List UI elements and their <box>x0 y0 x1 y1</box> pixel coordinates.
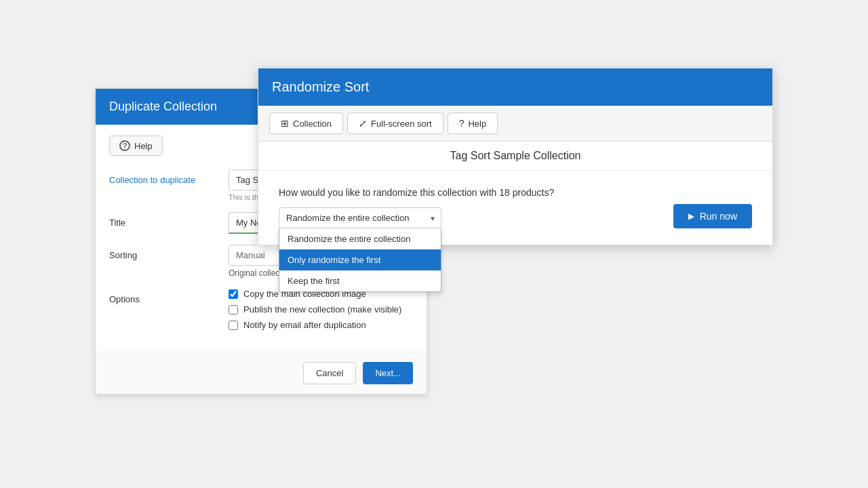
title-label: Title <box>109 212 218 228</box>
tab-help-label: Help <box>468 119 486 129</box>
collection-to-duplicate-label: Collection to duplicate <box>109 169 218 185</box>
randomize-body: How would you like to randomize this col… <box>258 171 772 245</box>
dropdown-item-entire[interactable]: Randomize the entire collection <box>279 228 441 249</box>
tab-collection[interactable]: ⊞ Collection <box>269 113 343 134</box>
dropdown-item-keep[interactable]: Keep the first <box>279 270 441 291</box>
help-button[interactable]: ? Help <box>109 136 163 156</box>
randomize-dropdown[interactable]: Randomize the entire collection Only ran… <box>279 228 441 292</box>
option-notify-email[interactable]: Notify by email after duplication <box>229 320 413 330</box>
copy-image-checkbox[interactable] <box>229 289 238 299</box>
publish-label: Publish the new collection (make visible… <box>243 304 401 314</box>
notify-email-checkbox[interactable] <box>229 321 238 330</box>
dropdown-item-first[interactable]: Only randomize the first <box>279 249 441 270</box>
run-now-button[interactable]: ▶ Run now <box>673 204 752 228</box>
tab-help-icon: ? <box>459 118 465 129</box>
randomize-tabs-bar: ⊞ Collection ⤢ Full-screen sort ? Help <box>258 106 772 142</box>
randomize-question: How would you like to randomize this col… <box>279 187 752 198</box>
options-list: Copy the main collection image Publish t… <box>229 289 413 330</box>
collection-tab-label: Collection <box>293 119 332 129</box>
duplicate-panel-footer: Cancel Next... <box>96 352 427 394</box>
tab-help[interactable]: ? Help <box>448 113 498 134</box>
publish-checkbox[interactable] <box>229 305 238 314</box>
notify-email-label: Notify by email after duplication <box>243 320 366 330</box>
randomize-sort-panel: Randomize Sort ⊞ Collection ⤢ Full-scree… <box>258 68 773 245</box>
cancel-button[interactable]: Cancel <box>303 362 356 384</box>
run-now-label: Run now <box>700 211 737 222</box>
run-icon: ▶ <box>688 211 694 221</box>
randomize-select[interactable]: Randomize the entire collection Only ran… <box>279 207 441 228</box>
help-button-label: Help <box>134 141 153 151</box>
fullscreen-sort-label: Full-screen sort <box>371 119 432 129</box>
randomize-select-wrapper[interactable]: Randomize the entire collection Only ran… <box>279 207 441 228</box>
sorting-label: Sorting <box>109 245 218 260</box>
tab-fullscreen-sort[interactable]: ⤢ Full-screen sort <box>347 113 443 134</box>
randomize-panel-title: Randomize Sort <box>258 68 772 106</box>
options-label: Options <box>109 289 218 304</box>
next-button[interactable]: Next... <box>363 362 413 384</box>
option-publish[interactable]: Publish the new collection (make visible… <box>229 304 413 314</box>
collection-tab-icon: ⊞ <box>281 118 289 129</box>
collection-title-bar: Tag Sort Sample Collection <box>258 142 772 171</box>
fullscreen-sort-icon: ⤢ <box>359 118 367 129</box>
help-icon: ? <box>119 140 130 151</box>
options-row: Options Copy the main collection image P… <box>109 289 413 330</box>
